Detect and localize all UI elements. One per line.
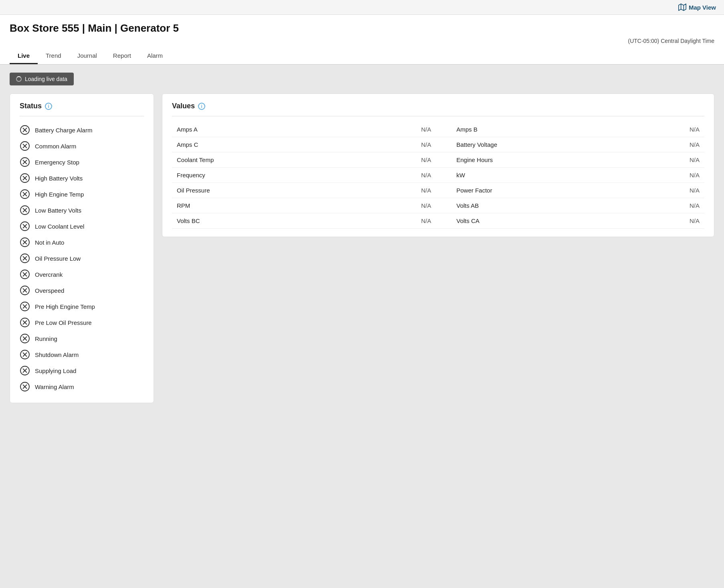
values-label2: Power Factor	[440, 183, 685, 198]
status-item-label: Low Battery Volts	[35, 207, 81, 214]
values-val1: N/A	[416, 168, 440, 183]
status-item-label: Running	[35, 335, 57, 342]
x-circle-icon	[20, 381, 30, 392]
values-val2: N/A	[685, 152, 704, 168]
values-label2: kW	[440, 168, 685, 183]
values-label1: Coolant Temp	[172, 152, 416, 168]
status-item: Battery Charge Alarm	[20, 122, 144, 138]
status-item-label: High Battery Volts	[35, 175, 83, 182]
values-grid: Amps AN/AAmps BN/AAmps CN/ABattery Volta…	[172, 122, 704, 229]
x-circle-icon	[20, 269, 30, 280]
values-val2: N/A	[685, 213, 704, 229]
values-val2: N/A	[685, 122, 704, 137]
values-label2: Volts AB	[440, 198, 685, 213]
status-item-label: Battery Charge Alarm	[35, 127, 92, 134]
status-item: Oil Pressure Low	[20, 250, 144, 266]
loading-spinner-icon	[16, 76, 22, 82]
status-item: Warning Alarm	[20, 379, 144, 395]
x-circle-icon	[20, 221, 30, 231]
status-panel: Status i Battery Charge Alarm Common Ala…	[10, 93, 154, 403]
status-item-label: Shutdown Alarm	[35, 351, 79, 358]
values-info-icon[interactable]: i	[198, 103, 205, 110]
values-val2: N/A	[685, 198, 704, 213]
values-title: Values	[172, 102, 195, 110]
tab-journal[interactable]: Journal	[69, 48, 105, 64]
status-panel-header: Status i	[20, 102, 144, 110]
values-val1: N/A	[416, 198, 440, 213]
status-item-label: Overcrank	[35, 271, 63, 278]
values-label1: Amps C	[172, 137, 416, 152]
tab-report[interactable]: Report	[105, 48, 139, 64]
tab-alarm[interactable]: Alarm	[139, 48, 171, 64]
status-item: Pre High Engine Temp	[20, 298, 144, 314]
status-item-label: Warning Alarm	[35, 383, 74, 390]
top-bar: Map View	[0, 0, 724, 15]
status-item: Overcrank	[20, 266, 144, 282]
x-circle-icon	[20, 125, 30, 135]
status-item-label: Not in Auto	[35, 239, 64, 246]
page-title: Box Store 555 | Main | Generator 5	[10, 22, 714, 34]
values-val1: N/A	[416, 183, 440, 198]
values-val1: N/A	[416, 137, 440, 152]
tab-trend[interactable]: Trend	[38, 48, 69, 64]
panels-container: Status i Battery Charge Alarm Common Ala…	[10, 93, 714, 403]
values-label2: Amps B	[440, 122, 685, 137]
x-circle-icon	[20, 173, 30, 183]
values-label2: Battery Voltage	[440, 137, 685, 152]
x-circle-icon	[20, 333, 30, 344]
status-item: Low Battery Volts	[20, 202, 144, 218]
status-item: Not in Auto	[20, 234, 144, 250]
values-label2: Volts CA	[440, 213, 685, 229]
tab-bar: Live Trend Journal Report Alarm	[10, 48, 714, 64]
status-list: Battery Charge Alarm Common Alarm Emerge…	[20, 122, 144, 395]
map-icon	[678, 3, 686, 11]
loading-button[interactable]: Loading live data	[10, 73, 74, 85]
status-item: Pre Low Oil Pressure	[20, 314, 144, 330]
status-item-label: Pre Low Oil Pressure	[35, 319, 92, 326]
status-item: Shutdown Alarm	[20, 347, 144, 363]
main-content: Loading live data Status i Battery Charg…	[0, 65, 724, 411]
status-title: Status	[20, 102, 42, 110]
status-item: High Engine Temp	[20, 186, 144, 202]
values-val2: N/A	[685, 137, 704, 152]
values-divider	[172, 116, 704, 116]
status-info-icon[interactable]: i	[45, 103, 52, 110]
values-label1: Amps A	[172, 122, 416, 137]
x-circle-icon	[20, 285, 30, 296]
page-header: Box Store 555 | Main | Generator 5 (UTC-…	[0, 15, 724, 65]
values-panel: Values i Amps AN/AAmps BN/AAmps CN/ABatt…	[162, 93, 714, 237]
status-item-label: Emergency Stop	[35, 159, 79, 166]
x-circle-icon	[20, 253, 30, 264]
x-circle-icon	[20, 301, 30, 312]
map-view-button[interactable]: Map View	[678, 3, 716, 11]
status-item: High Battery Volts	[20, 170, 144, 186]
x-circle-icon	[20, 141, 30, 151]
tab-live[interactable]: Live	[10, 48, 38, 64]
values-label1: Oil Pressure	[172, 183, 416, 198]
timezone-label: (UTC-05:00) Central Daylight Time	[628, 38, 714, 44]
status-item-label: Common Alarm	[35, 143, 76, 150]
x-circle-icon	[20, 237, 30, 247]
x-circle-icon	[20, 349, 30, 360]
status-item-label: High Engine Temp	[35, 191, 84, 198]
status-item: Common Alarm	[20, 138, 144, 154]
status-item-label: Pre High Engine Temp	[35, 303, 95, 310]
status-item-label: Supplying Load	[35, 367, 76, 374]
values-label1: Volts BC	[172, 213, 416, 229]
loading-label: Loading live data	[25, 76, 67, 82]
x-circle-icon	[20, 317, 30, 328]
svg-marker-0	[679, 4, 686, 11]
values-val1: N/A	[416, 152, 440, 168]
status-item-label: Low Coolant Level	[35, 223, 84, 230]
values-panel-header: Values i	[172, 102, 704, 110]
status-item: Running	[20, 330, 144, 347]
status-divider	[20, 116, 144, 116]
values-label2: Engine Hours	[440, 152, 685, 168]
x-circle-icon	[20, 365, 30, 376]
values-val1: N/A	[416, 213, 440, 229]
status-item: Overspeed	[20, 282, 144, 298]
values-val2: N/A	[685, 183, 704, 198]
x-circle-icon	[20, 189, 30, 199]
values-label1: RPM	[172, 198, 416, 213]
status-item: Low Coolant Level	[20, 218, 144, 234]
